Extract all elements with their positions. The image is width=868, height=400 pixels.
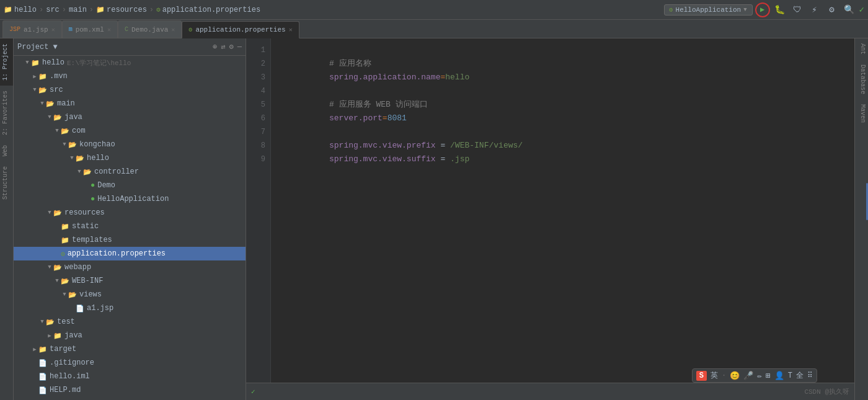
tree-item-java[interactable]: ▼ 📂 java: [14, 110, 246, 124]
tree-item-static[interactable]: 📁 static: [14, 220, 246, 233]
tab-a1jsp[interactable]: JSP a1.jsp ✕: [2, 20, 62, 38]
tree-item-resources[interactable]: ▼ 📂 resources: [14, 206, 246, 220]
panel-sync-btn[interactable]: ⇄: [221, 42, 225, 51]
tab-icon-a1jsp: JSP: [9, 26, 20, 33]
tree-item-test[interactable]: ▼ 📂 test: [14, 315, 246, 329]
line-num-1: 1: [246, 43, 270, 57]
run-config-selector[interactable]: ⚙ HelloApplication ▼: [664, 4, 753, 16]
tree-label: java: [64, 113, 82, 122]
tree-label: application.properties: [68, 249, 166, 258]
coverage-button[interactable]: 🛡: [790, 2, 805, 17]
tree-label: controller: [94, 167, 139, 176]
tab-close-appprops[interactable]: ✕: [289, 26, 293, 33]
tree-label: kongchao: [79, 140, 115, 149]
key-port: server.port: [329, 113, 383, 123]
right-panel-ant[interactable]: Ant: [855, 38, 868, 60]
tree-item-templates[interactable]: 📁 templates: [14, 233, 246, 247]
right-panel-database[interactable]: Database: [855, 60, 868, 99]
tree-label: hello: [42, 58, 64, 67]
tree-item-a1jsp[interactable]: 📄 a1.jsp: [14, 301, 246, 315]
ime-t-btn[interactable]: T: [788, 371, 792, 380]
search-everywhere-button[interactable]: 🔍: [842, 2, 857, 17]
ime-mic-btn[interactable]: 🎤: [743, 371, 753, 381]
panel-settings-btn[interactable]: ⚙: [229, 42, 234, 51]
status-ok: ✓: [251, 388, 255, 396]
val-prefix: /WEB-INF/views/: [450, 141, 523, 150]
debug-button[interactable]: 🐛: [773, 2, 787, 17]
code-editor[interactable]: # 应用名称 spring.application.name=hello # 应…: [271, 38, 854, 383]
key-appname: spring.application.name: [329, 73, 440, 82]
tab-label-pomxml: pom.xml: [76, 26, 104, 33]
tree-item-webapp[interactable]: ▼ 📂 webapp: [14, 260, 246, 274]
tree-item-applicationprops[interactable]: ⚙ application.properties: [14, 247, 246, 260]
ime-user-btn[interactable]: 👤: [774, 371, 784, 381]
tree-item-views[interactable]: ▼ 📂 views: [14, 288, 246, 301]
tree-item-test-java[interactable]: ▶ 📁 java: [14, 329, 246, 342]
panel-add-btn[interactable]: ⊕: [213, 42, 217, 51]
tree-item-gitignore[interactable]: 📄 .gitignore: [14, 356, 246, 370]
right-side-labels: Ant Database Maven: [854, 38, 868, 400]
ime-pen-btn[interactable]: ✏️: [757, 371, 762, 381]
tree-label: templates: [72, 236, 112, 244]
ime-full-btn[interactable]: 全: [796, 370, 804, 381]
panel-header: Project ▼ ⊕ ⇄ ⚙ —: [14, 38, 246, 56]
profiler-button[interactable]: ⚡: [807, 2, 822, 17]
breadcrumb-item-resources[interactable]: 📁 resources: [96, 6, 147, 14]
ime-lang-btn[interactable]: 英: [711, 370, 718, 381]
tree-item-mvn[interactable]: ▶ 📁 .mvn: [14, 69, 246, 83]
sidebar-label-web[interactable]: Web: [0, 140, 13, 161]
right-panel-maven[interactable]: Maven: [855, 99, 868, 128]
tab-demojava[interactable]: C Demo.java ✕: [118, 20, 182, 38]
tree-path: E:\学习笔记\hello: [67, 58, 131, 68]
ime-grid-btn[interactable]: ⊞: [766, 371, 771, 381]
tree-item-hello-sub[interactable]: ▼ 📂 hello: [14, 151, 246, 165]
sidebar-label-project[interactable]: 1: Project: [0, 38, 13, 86]
line-num-6: 6: [246, 112, 270, 125]
breadcrumb-item-main[interactable]: main: [69, 6, 87, 14]
tree-item-helloiml[interactable]: 📄 hello.iml: [14, 370, 246, 383]
tree-item-helpmd[interactable]: 📄 HELP.md: [14, 383, 246, 397]
tree-item-hello-root[interactable]: ▼ 📁 hello E:\学习笔记\hello: [14, 56, 246, 69]
tab-close-pomxml[interactable]: ✕: [107, 26, 111, 33]
run-button[interactable]: ▶: [755, 2, 770, 17]
tree-item-main[interactable]: ▼ 📂 main: [14, 97, 246, 110]
tab-close-a1jsp[interactable]: ✕: [51, 26, 55, 33]
line-num-7: 7: [246, 125, 270, 139]
tree-label: resources: [64, 208, 105, 217]
breadcrumb-sep-4: ›: [149, 6, 154, 14]
tree-label: target: [50, 345, 76, 353]
tab-close-demojava[interactable]: ✕: [171, 26, 175, 33]
tree-item-src[interactable]: ▼ 📂 src: [14, 83, 246, 97]
tree-item-demo[interactable]: ● Demo: [14, 179, 246, 192]
tree-label: views: [79, 290, 102, 299]
tree-item-kongchao[interactable]: ▼ 📂 kongchao: [14, 138, 246, 151]
tab-icon-pomxml: m: [69, 26, 73, 33]
line-numbers: 1 2 3 4 5 6 7 8 9: [246, 38, 271, 383]
ime-more-btn[interactable]: ⠿: [807, 371, 813, 380]
status-bar: ✓ CSDN @执久呀: [246, 383, 854, 400]
tree-item-controller[interactable]: ▼ 📂 controller: [14, 165, 246, 179]
line-num-3: 3: [246, 71, 270, 84]
ime-emoji-btn[interactable]: 😊: [730, 371, 740, 381]
val-appname: hello: [445, 73, 469, 82]
tree-item-mvnw[interactable]: 📄 mvnw: [14, 397, 246, 400]
sidebar-label-structure[interactable]: Structure: [0, 161, 13, 205]
val-suffix: .jsp: [450, 154, 469, 164]
tree-item-com[interactable]: ▼ 📂 com: [14, 124, 246, 138]
panel-minimize-btn[interactable]: —: [237, 43, 242, 51]
tree-item-target[interactable]: ▶ 📁 target: [14, 342, 246, 356]
breadcrumb-item-props[interactable]: ⚙ application.properties: [156, 6, 260, 14]
tab-applicationprops[interactable]: ⚙ application.properties ✕: [182, 21, 299, 38]
sidebar-label-favorites[interactable]: 2: Favorites: [0, 86, 13, 140]
code-line-4: # 应用服务 WEB 访问端口: [281, 84, 844, 98]
tree-label: com: [72, 127, 86, 135]
tree-item-helloapplication[interactable]: ● HelloApplication: [14, 192, 246, 206]
top-toolbar: 📁 hello › src › main › 📁 resources › ⚙ a…: [0, 0, 868, 20]
tab-pomxml[interactable]: m pom.xml ✕: [62, 20, 118, 38]
status-right: CSDN @执久呀: [804, 387, 849, 396]
tree-item-webinf[interactable]: ▼ 📂 WEB-INF: [14, 274, 246, 288]
tree-label: WEB-INF: [72, 277, 103, 285]
breadcrumb-item-hello[interactable]: 📁 hello: [4, 6, 37, 14]
settings-button[interactable]: ⚙: [825, 2, 839, 17]
breadcrumb-item-src[interactable]: src: [46, 6, 60, 14]
